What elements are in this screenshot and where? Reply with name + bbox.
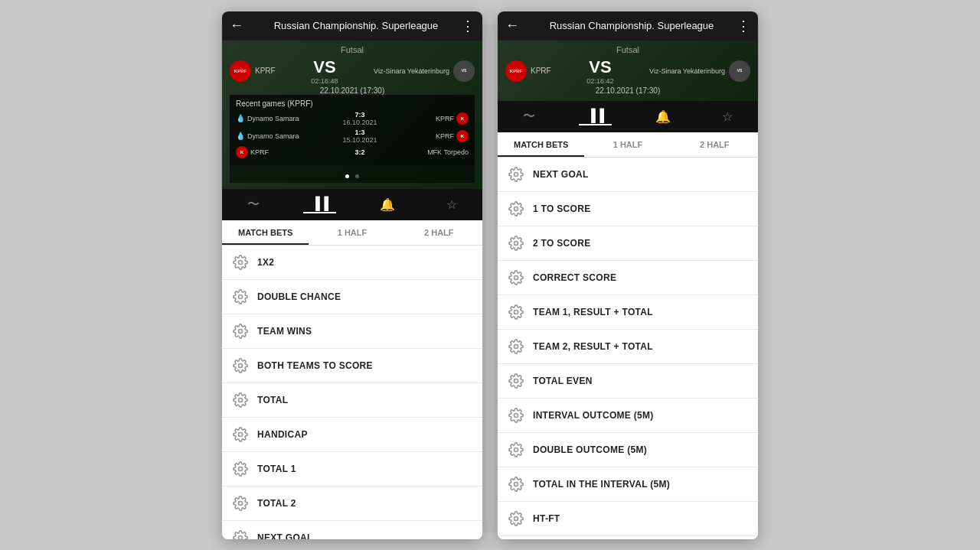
left-nav-bell[interactable]: 🔔	[372, 196, 403, 213]
left-tab-2half[interactable]: 2 HALF	[396, 220, 482, 245]
right-tab-1half[interactable]: 1 HALF	[584, 132, 671, 157]
right-bet-total-even[interactable]: TOTAL EVEN	[498, 364, 758, 399]
left-bet-1x2[interactable]: 1X2	[222, 246, 482, 280]
left-team1-name: KPRF	[255, 67, 276, 75]
left-tab-1half[interactable]: 1 HALF	[309, 220, 395, 245]
left-dots-indicator	[230, 165, 475, 183]
right-bet-label-correct: CORRECT SCORE	[533, 272, 616, 283]
gear-icon-r-1score	[508, 201, 524, 216]
right-bet-list: NEXT GOAL 1 TO SCORE 2 TO SCORE CORRECT …	[498, 158, 758, 539]
gear-icon-r-double-outcome	[508, 442, 524, 457]
left-sport-label: Futsal	[230, 45, 475, 54]
svg-point-18	[514, 482, 518, 486]
gear-icon-r-2score	[508, 236, 524, 251]
right-vs-block: VS 02:16:42	[586, 57, 613, 85]
right-bet-next-goal[interactable]: NEXT GOAL	[498, 158, 758, 192]
recent-opponent-3: MFK Torpedo	[427, 148, 469, 156]
left-vs-text: VS	[311, 57, 338, 77]
recent-date-2: 15.10.2021	[342, 136, 377, 144]
left-bet-list: 1X2 DOUBLE CHANCE TEAM WINS BOTH TEAMS T…	[222, 246, 482, 539]
left-bet-handicap[interactable]: HANDICAP	[222, 418, 482, 452]
right-bet-total-interval[interactable]: TOTAL IN THE INTERVAL (5M)	[498, 467, 758, 502]
gear-icon-team-wins	[233, 324, 248, 339]
svg-point-10	[514, 207, 518, 210]
right-tab-match-bets[interactable]: MATCH BETS	[498, 132, 584, 157]
left-bet-team-wins[interactable]: TEAM WINS	[222, 314, 482, 349]
right-bet-2to-score[interactable]: 2 TO SCORE	[498, 226, 758, 261]
right-bet-team2-result[interactable]: TEAM 2, RESULT + TOTAL	[498, 330, 758, 364]
right-bet-label-interval: INTERVAL OUTCOME (5M)	[533, 410, 654, 421]
svg-point-14	[514, 344, 518, 348]
right-panel: ← Russian Championship. Superleague ⋮ Fu…	[498, 11, 758, 539]
right-bet-1to-score[interactable]: 1 TO SCORE	[498, 192, 758, 226]
left-nav-bar[interactable]: ▐▐	[303, 195, 336, 213]
kprf-badge-2: K	[456, 130, 469, 142]
gear-icon-1x2	[233, 255, 248, 270]
left-team2-name: Viz-Sinara Yekaterinburg	[374, 67, 449, 75]
right-bet-correct-score[interactable]: CORRECT SCORE	[498, 261, 758, 295]
right-nav-bar[interactable]: ▐▐	[579, 107, 612, 125]
left-bet-both-teams[interactable]: BOTH TEAMS TO SCORE	[222, 349, 482, 383]
right-team1-info: KPRF KPRF	[505, 60, 551, 82]
left-tab-match-bets[interactable]: MATCH BETS	[222, 220, 309, 245]
left-match-date: 22.10.2021 (17:30)	[230, 86, 475, 95]
svg-point-2	[239, 329, 243, 333]
right-nav-star[interactable]: ☆	[714, 108, 740, 125]
left-back-button[interactable]: ←	[230, 18, 243, 34]
svg-point-19	[514, 516, 518, 520]
left-team2-logo: VS	[453, 60, 475, 82]
right-bet-double-outcome[interactable]: DOUBLE OUTCOME (5M)	[498, 433, 758, 467]
left-teams-row: KPRF KPRF VS 02:16:48 VS Viz-Sinara Yeka…	[230, 57, 475, 85]
right-tab-2half[interactable]: 2 HALF	[671, 132, 758, 157]
water-icon-1: 💧	[236, 114, 245, 122]
right-bet-team1-result[interactable]: TEAM 1, RESULT + TOTAL	[498, 295, 758, 330]
svg-point-11	[514, 241, 518, 245]
left-top-bar: ← Russian Championship. Superleague ⋮	[222, 11, 482, 41]
right-nav-bell[interactable]: 🔔	[648, 108, 678, 125]
gear-icon-r-team1result	[508, 304, 524, 320]
right-bet-label-1score: 1 TO SCORE	[533, 203, 590, 214]
kprf-badge-3: K	[236, 146, 248, 158]
left-vs-block: VS 02:16:48	[311, 57, 338, 85]
svg-point-8	[239, 535, 243, 539]
right-bet-interval-outcome[interactable]: INTERVAL OUTCOME (5M)	[498, 399, 758, 433]
left-title: Russian Championship. Superleague	[251, 20, 461, 31]
left-bet-next-goal[interactable]: NEXT GOAL	[222, 521, 482, 539]
gear-icon-r-totaleven	[508, 373, 524, 389]
right-bet-ht-ft[interactable]: HT-FT	[498, 502, 758, 536]
right-match-date: 22.10.2021 (17:30)	[505, 86, 750, 95]
gear-icon-total1	[233, 461, 248, 477]
right-more-button[interactable]: ⋮	[737, 18, 750, 34]
left-bet-label-both: BOTH TEAMS TO SCORE	[257, 360, 373, 371]
left-bet-total2[interactable]: TOTAL 2	[222, 487, 482, 521]
left-bet-total1[interactable]: TOTAL 1	[222, 452, 482, 487]
recent-opponent-2: KPRF	[436, 132, 454, 140]
left-nav-star[interactable]: ☆	[439, 196, 465, 213]
svg-point-0	[239, 260, 243, 264]
right-back-button[interactable]: ←	[505, 18, 519, 34]
dot-1	[345, 174, 349, 178]
right-match-header: Futsal KPRF KPRF VS 02:16:42 VS Viz-Sina…	[498, 41, 758, 101]
left-bet-label-teamwins: TEAM WINS	[257, 326, 312, 337]
left-more-button[interactable]: ⋮	[461, 18, 475, 34]
right-match-time: 02:16:42	[586, 77, 613, 85]
right-nav-trend[interactable]: 〜	[515, 107, 543, 126]
water-icon-2: 💧	[236, 132, 245, 140]
svg-point-5	[239, 432, 243, 436]
left-match-header: Futsal KPRF KPRF VS 02:16:48 VS Viz-Sina…	[222, 41, 482, 189]
left-nav-trend[interactable]: 〜	[240, 195, 267, 214]
recent-date-1: 16.10.2021	[342, 119, 377, 126]
recent-score-3: 3:2	[354, 148, 364, 156]
left-bet-double-chance[interactable]: DOUBLE CHANCE	[222, 280, 482, 314]
left-team1-info: KPRF KPRF	[230, 60, 276, 82]
right-bet-label-totaleven: TOTAL EVEN	[533, 376, 593, 386]
right-bet-label-2score: 2 TO SCORE	[533, 238, 590, 249]
right-team2-logo: VS	[729, 60, 750, 82]
left-bet-total[interactable]: TOTAL	[222, 383, 482, 418]
recent-row-2: 💧 Dynamo Samara 1:3 15.10.2021 KPRF K	[236, 129, 469, 144]
svg-point-13	[514, 310, 518, 314]
right-vs-text: VS	[586, 57, 613, 77]
svg-point-7	[239, 501, 243, 505]
gear-icon-total2	[233, 496, 248, 511]
right-team1-logo: KPRF	[505, 60, 527, 82]
